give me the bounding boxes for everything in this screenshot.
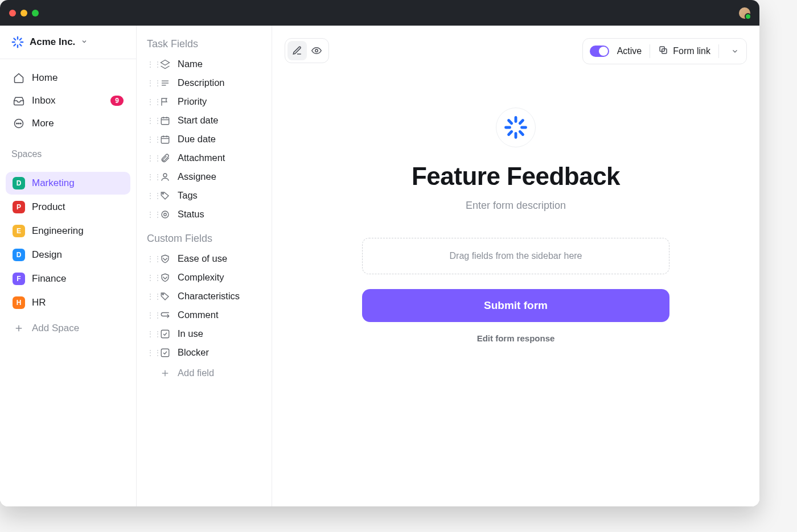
- fields-panel: Task Fields ⋮⋮Name⋮⋮Description⋮⋮Priorit…: [137, 26, 272, 506]
- flag-icon: [159, 97, 171, 107]
- drag-handle-icon[interactable]: ⋮⋮: [147, 311, 153, 319]
- calendar-icon: [159, 134, 171, 145]
- task-field-tags[interactable]: ⋮⋮Tags: [141, 186, 267, 205]
- space-item-product[interactable]: PProduct: [6, 196, 130, 218]
- field-label: Blocker: [178, 347, 209, 358]
- space-icon: P: [13, 201, 25, 213]
- svg-point-29: [164, 213, 167, 216]
- space-icon: F: [13, 273, 25, 285]
- custom-field-ease-of-use[interactable]: ⋮⋮Ease of use: [141, 249, 267, 268]
- window-close-button[interactable]: [9, 10, 16, 17]
- nav-inbox-label: Inbox: [32, 95, 56, 106]
- submit-button[interactable]: Submit form: [362, 289, 669, 322]
- form-dropzone[interactable]: Drag fields from the sidebar here: [362, 238, 669, 274]
- workspace-name: Acme Inc.: [30, 36, 75, 48]
- task-field-status[interactable]: ⋮⋮Status: [141, 205, 267, 224]
- add-field-button[interactable]: Add field: [141, 362, 267, 384]
- custom-field-comment[interactable]: ⋮⋮Comment: [141, 306, 267, 324]
- clip-icon: [159, 153, 171, 163]
- edit-response-link[interactable]: Edit form response: [477, 333, 555, 343]
- task-field-priority[interactable]: ⋮⋮Priority: [141, 92, 267, 111]
- custom-field-blocker[interactable]: ⋮⋮Blocker: [141, 343, 267, 362]
- svg-point-30: [162, 294, 163, 295]
- drag-handle-icon[interactable]: ⋮⋮: [147, 98, 153, 106]
- task-field-attachment[interactable]: ⋮⋮Attachment: [141, 149, 267, 167]
- space-item-design[interactable]: DDesign: [6, 244, 130, 266]
- drag-handle-icon[interactable]: ⋮⋮: [147, 60, 153, 68]
- drag-handle-icon[interactable]: ⋮⋮: [147, 79, 153, 87]
- task-field-description[interactable]: ⋮⋮Description: [141, 73, 267, 92]
- task-field-due-date[interactable]: ⋮⋮Due date: [141, 130, 267, 149]
- drag-handle-icon[interactable]: ⋮⋮: [147, 135, 153, 143]
- nav-inbox[interactable]: Inbox 9: [6, 90, 130, 112]
- chevron-down-icon: [81, 36, 88, 48]
- user-icon: [159, 172, 171, 182]
- task-field-start-date[interactable]: ⋮⋮Start date: [141, 111, 267, 130]
- custom-field-in-use[interactable]: ⋮⋮In use: [141, 324, 267, 343]
- avatar[interactable]: [739, 7, 750, 19]
- svg-line-40: [509, 121, 512, 123]
- space-icon: H: [13, 296, 25, 309]
- field-label: Tags: [178, 190, 198, 201]
- plus-icon: [13, 323, 25, 333]
- traffic-lights: [9, 10, 39, 17]
- space-item-hr[interactable]: HHR: [6, 291, 130, 314]
- svg-point-11: [20, 123, 22, 124]
- drag-handle-icon[interactable]: ⋮⋮: [147, 211, 153, 218]
- space-item-marketing[interactable]: DMarketing: [6, 172, 130, 195]
- window-zoom-button[interactable]: [32, 10, 39, 17]
- svg-line-7: [20, 38, 22, 40]
- form-preview: Feature Feedback Enter form description …: [356, 108, 675, 343]
- svg-rect-18: [161, 117, 169, 124]
- drag-handle-icon[interactable]: ⋮⋮: [147, 330, 153, 338]
- space-item-engineering[interactable]: EEngineering: [6, 220, 130, 242]
- nav-home[interactable]: Home: [6, 67, 130, 89]
- field-label: Comment: [178, 310, 219, 320]
- nav-home-label: Home: [32, 72, 57, 84]
- custom-fields-heading: Custom Fields: [141, 230, 267, 249]
- field-label: Attachment: [178, 152, 225, 163]
- field-label: Characteristics: [178, 291, 240, 302]
- form-link-dropdown[interactable]: [727, 47, 743, 55]
- field-label: Complexity: [178, 272, 224, 283]
- preview-mode-button[interactable]: [307, 41, 326, 60]
- drag-handle-icon[interactable]: ⋮⋮: [147, 255, 153, 263]
- form-brand-icon[interactable]: [496, 108, 536, 147]
- field-label: Ease of use: [178, 253, 227, 264]
- custom-field-characteristics[interactable]: ⋮⋮Characteristics: [141, 287, 267, 306]
- space-item-finance[interactable]: FFinance: [6, 267, 130, 290]
- edit-mode-button[interactable]: [287, 41, 307, 60]
- custom-field-complexity[interactable]: ⋮⋮Complexity: [141, 268, 267, 287]
- space-icon: D: [13, 249, 25, 261]
- form-canvas: Active Form link: [272, 26, 759, 506]
- shield-icon: [159, 254, 171, 264]
- window-minimize-button[interactable]: [20, 10, 27, 17]
- drag-handle-icon[interactable]: ⋮⋮: [147, 274, 153, 282]
- svg-point-10: [18, 123, 19, 124]
- drag-handle-icon[interactable]: ⋮⋮: [147, 117, 153, 125]
- form-title[interactable]: Feature Feedback: [412, 162, 620, 191]
- form-link-label: Form link: [673, 46, 710, 56]
- svg-point-26: [163, 174, 167, 177]
- drag-handle-icon[interactable]: ⋮⋮: [147, 349, 153, 357]
- drag-handle-icon[interactable]: ⋮⋮: [147, 173, 153, 181]
- space-label: Marketing: [32, 178, 75, 189]
- active-toggle[interactable]: [590, 46, 609, 57]
- app-logo-icon: [11, 36, 24, 48]
- form-description-placeholder[interactable]: Enter form description: [466, 200, 566, 212]
- workspace-switcher[interactable]: Acme Inc.: [0, 26, 136, 59]
- task-field-name[interactable]: ⋮⋮Name: [141, 55, 267, 73]
- field-label: Status: [178, 209, 204, 220]
- drag-handle-icon[interactable]: ⋮⋮: [147, 292, 153, 300]
- field-label: Name: [178, 59, 203, 69]
- svg-rect-31: [161, 330, 169, 338]
- nav-more[interactable]: More: [6, 113, 130, 134]
- inbox-icon: [13, 95, 25, 106]
- add-space-label: Add Space: [32, 323, 79, 334]
- drag-handle-icon[interactable]: ⋮⋮: [147, 154, 153, 162]
- drag-handle-icon[interactable]: ⋮⋮: [147, 192, 153, 200]
- spaces-list: DMarketingPProductEEngineeringDDesignFFi…: [0, 164, 136, 317]
- task-field-assignee[interactable]: ⋮⋮Assignee: [141, 167, 267, 186]
- add-space-button[interactable]: Add Space: [6, 317, 130, 339]
- form-link-button[interactable]: Form link: [658, 45, 710, 57]
